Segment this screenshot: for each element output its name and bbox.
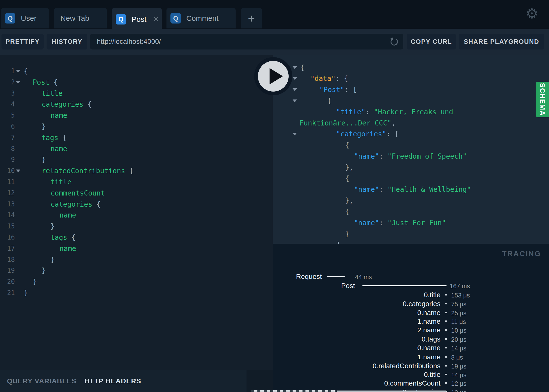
trace-time: 153 μs	[451, 291, 470, 300]
fold-arrow-icon[interactable]	[293, 66, 297, 69]
schema-tab[interactable]: SCHEMA	[536, 82, 549, 117]
trace-row: 1.name8 μs	[273, 353, 549, 362]
trace-duration-tick	[445, 347, 447, 348]
tracing-title: TRACING	[273, 249, 541, 258]
response-line: "name": "Freedom of Speech"	[273, 151, 549, 162]
gear-icon[interactable]: ⚙	[526, 5, 538, 22]
clipped-popup-edge	[337, 391, 446, 392]
editor-line: 2Post {	[0, 77, 273, 88]
query-editor[interactable]: 1{2Post {3title4categories {5name6}7tags…	[0, 55, 273, 370]
tab-user[interactable]: QUser	[1, 8, 49, 28]
fold-arrow-icon[interactable]	[293, 133, 297, 135]
trace-row: 0.commentsCount12 μs	[273, 379, 549, 388]
http-headers-tab[interactable]: HTTP HEADERS	[84, 377, 141, 385]
tab-post[interactable]: QPost✕	[112, 8, 162, 30]
prettify-button[interactable]: PRETTIFY	[1, 34, 44, 49]
tab-label: Post	[132, 15, 146, 24]
code-text: }	[345, 228, 349, 240]
editor-line: 7tags {	[0, 132, 273, 143]
endpoint-url-field	[90, 34, 403, 49]
trace-duration-tick	[445, 303, 447, 304]
response-line: "name": "Just For Fun"	[273, 217, 549, 228]
trace-time: 167 ms	[450, 282, 470, 291]
editor-line: 21}	[0, 287, 273, 298]
response-line: "Post": [	[273, 84, 549, 95]
trace-row: 0.name14 μs	[273, 343, 549, 352]
tab-label: User	[21, 14, 36, 23]
code-text: "name": "Just For Fun"	[354, 217, 446, 228]
code-text: {	[345, 140, 349, 151]
trace-duration-tick	[445, 312, 447, 313]
close-icon[interactable]: ✕	[153, 16, 159, 23]
query-variables-tab[interactable]: QUERY VARIABLES	[7, 377, 77, 385]
trace-label: Post	[273, 281, 355, 290]
line-number: 9	[0, 154, 15, 165]
history-button[interactable]: HISTORY	[47, 34, 87, 49]
code-text: title	[42, 88, 62, 99]
code-text: categories {	[51, 199, 101, 210]
tab-comment[interactable]: QComment	[166, 8, 236, 28]
trace-label: 2.name	[273, 326, 440, 335]
code-text: {	[345, 206, 349, 217]
tab-label: Comment	[186, 14, 219, 23]
share-playground-button[interactable]: SHARE PLAYGROUND	[459, 34, 544, 49]
code-text: }	[33, 276, 37, 287]
code-text: title	[51, 176, 71, 188]
trace-duration-tick	[445, 329, 447, 331]
reload-icon[interactable]	[388, 36, 399, 47]
response-line: ]	[273, 239, 549, 244]
trace-duration-tick	[445, 320, 447, 322]
line-number: 10	[0, 165, 15, 176]
line-number: 5	[0, 110, 15, 121]
clipped-popup-edge	[251, 390, 336, 392]
trace-time: 25 μs	[451, 309, 467, 318]
tab-new-tab[interactable]: New Tab	[54, 8, 107, 28]
editor-line: 13categories {	[0, 199, 273, 210]
query-badge-icon: Q	[170, 13, 181, 24]
trace-row: 0.title153 μs	[273, 291, 549, 299]
fold-arrow-icon[interactable]	[293, 77, 297, 80]
line-number: 21	[0, 287, 15, 298]
trace-row: 0.name25 μs	[273, 308, 549, 317]
response-line: },	[273, 195, 549, 206]
editor-line: 6}	[0, 121, 273, 132]
code-text: }	[42, 265, 46, 276]
editor-line: 16tags {	[0, 232, 273, 243]
code-text: tags {	[51, 232, 76, 243]
endpoint-url-input[interactable]	[90, 37, 388, 46]
code-text: }	[42, 121, 46, 132]
editor-line: 18}	[0, 254, 273, 265]
fold-arrow-icon[interactable]	[293, 88, 297, 91]
editor-line: 17name	[0, 243, 273, 254]
query-badge-icon: Q	[116, 14, 126, 24]
response-line: {	[273, 206, 549, 217]
trace-label: 1.name	[273, 317, 440, 326]
editor-line: 19}	[0, 265, 273, 276]
schema-tab-label: SCHEMA	[538, 83, 546, 116]
response-viewer: {"data": {"Post": [{"title": "Hacker, Fr…	[273, 55, 549, 244]
editor-line: 10relatedContributions {	[0, 165, 273, 176]
tab-bar: QUserNew TabQPost✕QComment + ⚙	[0, 0, 549, 29]
code-text: name	[51, 110, 67, 121]
editor-line: 15}	[0, 221, 273, 232]
code-text: Funktionäre...Der CCC",	[300, 118, 396, 129]
trace-label: 0.title	[273, 370, 440, 379]
editor-line: 9}	[0, 154, 273, 165]
fold-arrow-icon[interactable]	[16, 170, 20, 172]
line-number: 12	[0, 188, 15, 199]
fold-arrow-icon[interactable]	[16, 81, 20, 84]
fold-arrow-icon[interactable]	[293, 99, 297, 102]
code-text: },	[345, 195, 354, 206]
response-line: Funktionäre...Der CCC",	[273, 118, 549, 129]
trace-duration-tick	[445, 338, 447, 340]
copy-curl-button[interactable]: COPY CURL	[407, 34, 456, 49]
line-number: 20	[0, 276, 15, 287]
new-tab-button[interactable]: +	[241, 8, 262, 28]
code-text: name	[59, 210, 76, 221]
execute-button[interactable]	[254, 57, 293, 96]
trace-duration-tick	[445, 365, 447, 367]
fold-arrow-icon[interactable]	[16, 70, 20, 73]
trace-label: 0.relatedContributions	[273, 362, 440, 370]
trace-duration-tick	[445, 382, 447, 384]
trace-label: 1.name	[273, 353, 440, 362]
